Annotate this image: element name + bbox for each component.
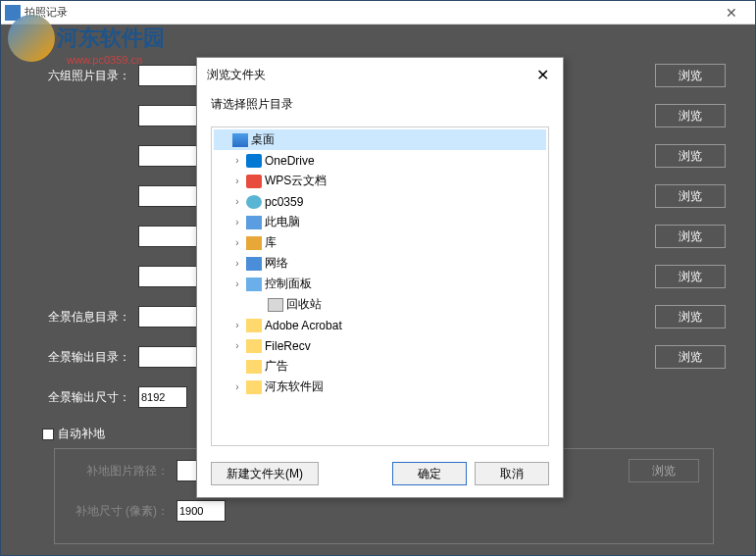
input-six-group-6[interactable] <box>138 266 197 287</box>
label-six-group: 六组照片目录： <box>30 68 138 84</box>
input-ground-size <box>176 500 226 522</box>
tree-item-7[interactable]: ›控制面板 <box>214 274 546 294</box>
browse-button-pano-info[interactable]: 浏览 <box>655 305 726 329</box>
folder-browse-dialog: 浏览文件夹 ✕ 请选择照片目录 桌面›OneDrive›WPS云文档›pc035… <box>196 57 564 498</box>
browse-button-1[interactable]: 浏览 <box>655 64 726 87</box>
tree-item-label: 控制面板 <box>265 276 312 292</box>
label-ground-size: 补地尺寸 (像素)： <box>69 503 176 520</box>
recycle-icon <box>267 297 284 313</box>
label-pano-info: 全景信息目录： <box>30 309 138 326</box>
browse-button-3[interactable]: 浏览 <box>655 144 726 168</box>
folder-icon <box>245 359 263 375</box>
tree-item-label: 桌面 <box>251 131 275 148</box>
tree-item-label: 库 <box>265 234 277 251</box>
browse-button-6[interactable]: 浏览 <box>655 265 726 288</box>
checkbox-auto-ground[interactable] <box>42 429 54 440</box>
label-auto-ground: 自动补地 <box>58 426 105 442</box>
tree-item-label: 河东软件园 <box>265 379 324 395</box>
tree-item-2[interactable]: ›WPS云文档 <box>214 171 546 191</box>
watermark-text: 河东软件园 <box>57 24 165 53</box>
net-icon <box>245 256 263 272</box>
tree-item-10[interactable]: ›FileRecv <box>214 335 546 356</box>
input-six-group-1[interactable] <box>138 65 197 86</box>
onedrive-icon <box>245 153 263 169</box>
tree-item-label: OneDrive <box>265 154 315 168</box>
dialog-close-icon[interactable]: ✕ <box>532 66 553 84</box>
desktop-icon <box>231 132 249 148</box>
input-six-group-2[interactable] <box>138 105 197 126</box>
input-pano-size[interactable] <box>138 386 187 408</box>
tree-item-6[interactable]: ›网络 <box>214 253 546 274</box>
dialog-ok-button[interactable]: 确定 <box>392 462 467 485</box>
expand-icon[interactable]: › <box>231 176 243 186</box>
pc-icon <box>245 215 263 230</box>
watermark: 河东软件园 www.pc0359.cn <box>8 15 165 62</box>
tree-item-label: 回收站 <box>286 296 322 313</box>
input-six-group-3[interactable] <box>138 145 197 167</box>
input-six-group-4[interactable] <box>138 185 197 207</box>
browse-button-2[interactable]: 浏览 <box>655 104 726 127</box>
label-pano-out: 全景输出目录： <box>30 349 138 366</box>
tree-item-5[interactable]: ›库 <box>214 232 546 253</box>
tree-item-3[interactable]: ›pc0359 <box>214 191 546 212</box>
tree-item-12[interactable]: ›河东软件园 <box>214 377 546 397</box>
tree-item-label: FileRecv <box>265 339 311 353</box>
tree-item-9[interactable]: ›Adobe Acrobat <box>214 315 546 335</box>
expand-icon[interactable]: › <box>231 340 243 351</box>
dialog-title: 浏览文件夹 <box>207 67 532 83</box>
tree-item-label: 此电脑 <box>265 214 300 230</box>
tree-item-label: 网络 <box>265 255 288 272</box>
browse-button-5[interactable]: 浏览 <box>655 225 726 248</box>
tree-item-label: 广告 <box>265 358 288 375</box>
tree-item-4[interactable]: ›此电脑 <box>214 212 546 232</box>
tree-item-label: pc0359 <box>265 195 303 209</box>
watermark-url: www.pc0359.cn <box>67 54 142 66</box>
tree-item-label: Adobe Acrobat <box>265 319 342 332</box>
lib-icon <box>245 235 263 251</box>
expand-icon[interactable]: › <box>231 320 243 330</box>
tree-item-label: WPS云文档 <box>265 173 327 189</box>
watermark-logo-icon <box>8 15 55 62</box>
cpanel-icon <box>245 277 263 292</box>
folder-icon <box>245 338 263 354</box>
folder-icon <box>245 379 263 395</box>
new-folder-button[interactable]: 新建文件夹(M) <box>211 462 319 485</box>
input-pano-info[interactable] <box>138 306 197 328</box>
browse-button-4[interactable]: 浏览 <box>655 184 726 208</box>
expand-icon[interactable]: › <box>231 258 243 269</box>
expand-icon[interactable]: › <box>231 278 243 289</box>
expand-icon[interactable]: › <box>231 237 243 248</box>
tree-item-8[interactable]: 回收站 <box>214 294 546 315</box>
folder-tree[interactable]: 桌面›OneDrive›WPS云文档›pc0359›此电脑›库›网络›控制面板回… <box>211 126 549 446</box>
folder-icon <box>245 318 263 333</box>
tree-item-0[interactable]: 桌面 <box>214 129 546 150</box>
expand-icon[interactable]: › <box>231 217 243 227</box>
browse-button-ground: 浏览 <box>629 459 699 482</box>
label-ground-img: 补地图片路径： <box>69 463 176 480</box>
window-close-icon[interactable]: ✕ <box>712 5 751 21</box>
expand-icon[interactable]: › <box>231 381 243 392</box>
dialog-cancel-button[interactable]: 取消 <box>475 462 549 485</box>
expand-icon[interactable]: › <box>231 155 243 166</box>
user-icon <box>245 194 263 210</box>
tree-item-1[interactable]: ›OneDrive <box>214 150 546 171</box>
input-six-group-5[interactable] <box>138 226 197 247</box>
label-pano-size: 全景输出尺寸： <box>30 389 138 406</box>
tree-item-11[interactable]: 广告 <box>214 356 546 377</box>
expand-icon[interactable]: › <box>231 196 243 207</box>
input-pano-out[interactable] <box>138 346 197 368</box>
dialog-prompt: 请选择照片目录 <box>197 92 563 123</box>
wps-icon <box>245 174 263 189</box>
browse-button-pano-out[interactable]: 浏览 <box>655 345 726 369</box>
